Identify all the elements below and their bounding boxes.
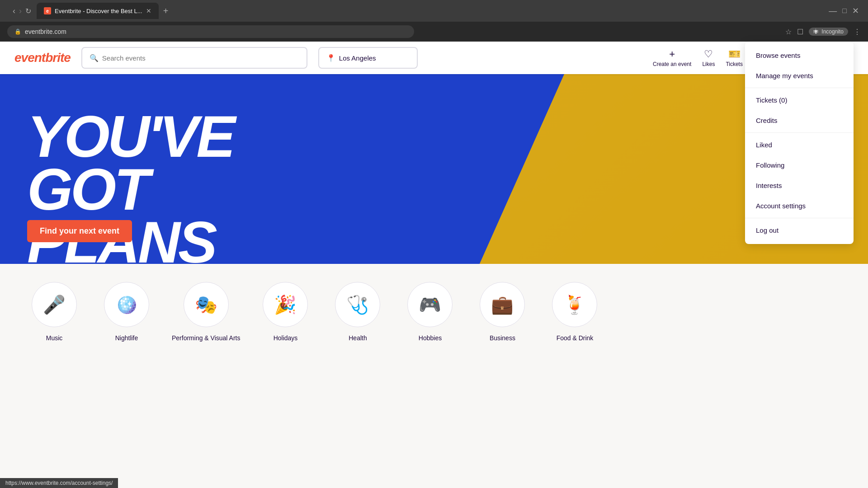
address-bar[interactable]: 🔒 eventbrite.com bbox=[7, 25, 414, 38]
category-label-food-drink: Food & Drink bbox=[557, 334, 594, 342]
dropdown-item-following[interactable]: Following bbox=[745, 155, 854, 175]
category-circle-hobbies: 🎮 bbox=[407, 282, 453, 327]
maximize-button[interactable]: □ bbox=[842, 7, 847, 15]
category-label-health: Health bbox=[349, 334, 367, 342]
incognito-icon: 🕷 bbox=[813, 28, 819, 35]
category-circle-nightlife: 🪩 bbox=[104, 282, 149, 327]
category-item-holidays[interactable]: 🎉 Holidays bbox=[258, 282, 312, 342]
dropdown-item-credits[interactable]: Credits bbox=[745, 110, 854, 131]
category-icon-performing-visual-arts: 🎭 bbox=[195, 294, 217, 315]
new-tab-button[interactable]: + bbox=[160, 6, 171, 16]
tab-favicon: e bbox=[44, 7, 51, 14]
category-label-holidays: Holidays bbox=[274, 334, 298, 342]
search-icon: 🔍 bbox=[90, 54, 99, 62]
browser-tab-eventbrite[interactable]: e Eventbrite - Discover the Best L... ✕ bbox=[37, 3, 159, 19]
phone-mirror-icon[interactable]: ☐ bbox=[797, 28, 803, 36]
tab-close-button[interactable]: ✕ bbox=[146, 7, 151, 14]
tab-title: Eventbrite - Discover the Best L... bbox=[55, 8, 142, 14]
more-options-button[interactable]: ⋮ bbox=[854, 28, 861, 36]
category-icon-food-drink: 🍹 bbox=[563, 294, 586, 315]
category-icon-holidays: 🎉 bbox=[274, 294, 297, 315]
category-item-hobbies[interactable]: 🎮 Hobbies bbox=[403, 282, 457, 342]
dropdown-item-tickets[interactable]: Tickets (0) bbox=[745, 90, 854, 110]
dropdown-divider bbox=[745, 132, 854, 133]
dropdown-item-liked[interactable]: Liked bbox=[745, 135, 854, 155]
address-bar-row: 🔒 eventbrite.com ☆ ☐ 🕷 Incognito ⋮ bbox=[0, 22, 868, 42]
refresh-icon[interactable]: ↻ bbox=[25, 7, 31, 15]
category-circle-holidays: 🎉 bbox=[263, 282, 308, 327]
category-circle-performing-visual-arts: 🎭 bbox=[184, 282, 229, 327]
category-item-food-drink[interactable]: 🍹 Food & Drink bbox=[547, 282, 602, 342]
eventbrite-navbar: eventbrite 🔍 📍 Los Angeles + Create an e… bbox=[0, 42, 868, 74]
category-label-music: Music bbox=[46, 334, 63, 342]
likes-label: Likes bbox=[702, 61, 715, 67]
category-label-nightlife: Nightlife bbox=[115, 334, 138, 342]
category-circle-health: 🩺 bbox=[335, 282, 380, 327]
search-bar: 🔍 bbox=[81, 47, 307, 69]
eventbrite-logo[interactable]: eventbrite bbox=[14, 51, 71, 65]
dropdown-divider bbox=[745, 218, 854, 218]
hero-line1: YOU'VE bbox=[27, 110, 233, 163]
create-event-label: Create an event bbox=[653, 61, 691, 67]
category-item-health[interactable]: 🩺 Health bbox=[330, 282, 385, 342]
category-item-business[interactable]: 💼 Business bbox=[475, 282, 529, 342]
category-icon-hobbies: 🎮 bbox=[419, 294, 441, 315]
categories-section: 🎤 Music 🪩 Nightlife 🎭 Performing & Visua… bbox=[0, 264, 868, 351]
category-icon-nightlife: 🪩 bbox=[115, 294, 138, 315]
category-label-business: Business bbox=[490, 334, 515, 342]
ticket-icon: 🎫 bbox=[728, 48, 741, 60]
location-pin-icon: 📍 bbox=[326, 54, 335, 62]
tickets-label: Tickets bbox=[726, 61, 743, 67]
find-event-button[interactable]: Find your next event bbox=[27, 220, 132, 242]
back-icon[interactable]: ‹ bbox=[13, 6, 15, 16]
address-bar-actions: ☆ ☐ 🕷 Incognito ⋮ bbox=[785, 28, 861, 36]
dropdown-item-account-settings[interactable]: Account settings bbox=[745, 196, 854, 216]
location-text: Los Angeles bbox=[339, 54, 376, 62]
hero-cta-area: Find your next event bbox=[27, 206, 132, 242]
lock-icon: 🔒 bbox=[14, 28, 21, 35]
create-event-action[interactable]: + Create an event bbox=[653, 48, 691, 67]
dropdown-divider bbox=[745, 88, 854, 88]
category-circle-food-drink: 🍹 bbox=[552, 282, 597, 327]
status-url: https://www.eventbrite.com/account-setti… bbox=[5, 480, 113, 486]
heart-icon: ♡ bbox=[704, 48, 713, 60]
category-circle-music: 🎤 bbox=[32, 282, 77, 327]
dropdown-item-log-out[interactable]: Log out bbox=[745, 220, 854, 240]
dropdown-item-browse-events[interactable]: Browse events bbox=[745, 45, 854, 66]
plus-icon: + bbox=[669, 48, 675, 60]
category-label-hobbies: Hobbies bbox=[419, 334, 442, 342]
category-item-music[interactable]: 🎤 Music bbox=[27, 282, 81, 342]
address-text: eventbrite.com bbox=[25, 28, 66, 35]
category-icon-music: 🎤 bbox=[43, 294, 66, 315]
category-item-performing-visual-arts[interactable]: 🎭 Performing & Visual Arts bbox=[172, 282, 240, 342]
search-input-wrapper[interactable]: 🔍 bbox=[82, 54, 307, 62]
bookmark-icon[interactable]: ☆ bbox=[785, 28, 792, 36]
search-input[interactable] bbox=[102, 54, 299, 62]
close-window-button[interactable]: ✕ bbox=[852, 6, 859, 16]
dropdown-item-interests[interactable]: Interests bbox=[745, 175, 854, 196]
forward-icon[interactable]: › bbox=[19, 6, 22, 16]
status-bar: https://www.eventbrite.com/account-setti… bbox=[0, 478, 118, 488]
category-label-performing-visual-arts: Performing & Visual Arts bbox=[172, 334, 240, 342]
category-icon-business: 💼 bbox=[491, 294, 514, 315]
category-item-nightlife[interactable]: 🪩 Nightlife bbox=[99, 282, 154, 342]
dropdown-item-manage-events[interactable]: Manage my events bbox=[745, 66, 854, 86]
category-icon-health: 🩺 bbox=[346, 294, 369, 315]
page-content: eventbrite 🔍 📍 Los Angeles + Create an e… bbox=[0, 42, 868, 351]
tab-bar: ‹ › ↻ e Eventbrite - Discover the Best L… bbox=[13, 3, 859, 19]
hero-section: YOU'VE GOT PLANS Find your next event bbox=[0, 74, 868, 264]
browser-chrome: ‹ › ↻ e Eventbrite - Discover the Best L… bbox=[0, 0, 868, 22]
incognito-label: Incognito bbox=[821, 28, 844, 35]
user-dropdown-menu: Browse eventsManage my eventsTickets (0)… bbox=[745, 42, 854, 244]
incognito-badge: 🕷 Incognito bbox=[809, 28, 848, 36]
category-circle-business: 💼 bbox=[480, 282, 525, 327]
likes-action[interactable]: ♡ Likes bbox=[702, 48, 715, 67]
tickets-action[interactable]: 🎫 Tickets bbox=[726, 48, 743, 67]
location-bar[interactable]: 📍 Los Angeles bbox=[318, 47, 418, 69]
minimize-button[interactable]: — bbox=[829, 6, 837, 16]
